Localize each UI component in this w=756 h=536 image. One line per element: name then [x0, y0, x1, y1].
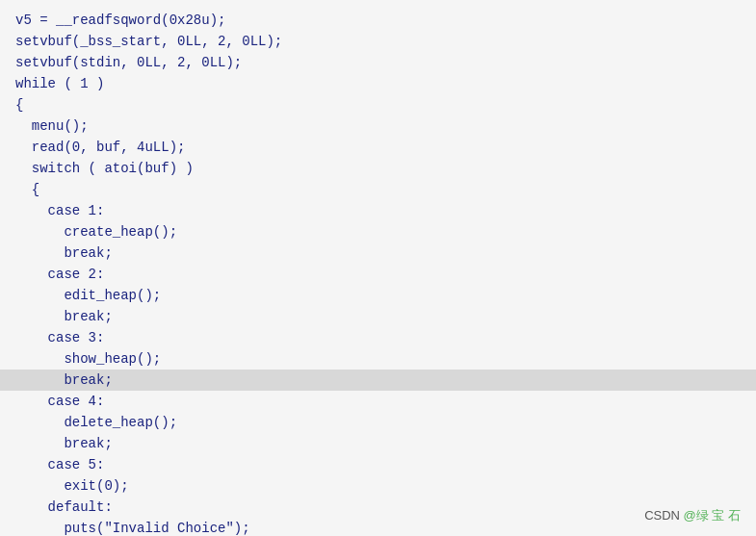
code-line-text: {: [15, 97, 23, 113]
code-line-text: edit_heap();: [15, 288, 161, 303]
code-line: puts("Invalid Choice");: [0, 518, 756, 536]
code-line-text: break;: [15, 372, 113, 388]
code-line: create_heap();: [0, 221, 756, 242]
code-line: break;: [0, 242, 756, 264]
code-line: v5 = __readfsqword(0x28u);: [0, 10, 756, 31]
code-line-text: break;: [15, 309, 113, 324]
code-line-text: case 2:: [15, 267, 104, 282]
code-line-text: v5 = __readfsqword(0x28u);: [15, 13, 225, 28]
code-line-text: exit(0);: [15, 478, 129, 494]
code-line-text: create_heap();: [15, 224, 177, 240]
code-line: break;: [0, 306, 756, 327]
code-line: exit(0);: [0, 475, 756, 497]
code-line: case 2:: [0, 264, 756, 285]
watermark-green-text: @绿 宝 石: [684, 508, 741, 523]
code-line-text: read(0, buf, 4uLL);: [15, 140, 185, 155]
code-line-text: case 3:: [15, 330, 104, 345]
code-container: v5 = __readfsqword(0x28u);setvbuf(_bss_s…: [0, 0, 756, 536]
code-line: while ( 1 ): [0, 73, 756, 94]
code-line-text: while ( 1 ): [15, 76, 104, 91]
code-line-text: delete_heap();: [15, 415, 177, 430]
code-line-text: setvbuf(_bss_start, 0LL, 2, 0LL);: [15, 34, 282, 49]
code-line-text: show_heap();: [15, 351, 161, 367]
watermark-text: CSDN: [644, 508, 683, 523]
code-line-text: puts("Invalid Choice");: [15, 521, 250, 536]
code-line: edit_heap();: [0, 285, 756, 306]
code-line: setvbuf(stdin, 0LL, 2, 0LL);: [0, 52, 756, 73]
code-line-text: case 5:: [15, 457, 104, 472]
code-line: read(0, buf, 4uLL);: [0, 137, 756, 158]
code-line: menu();: [0, 115, 756, 137]
code-line-text: menu();: [15, 118, 89, 134]
code-line: case 3:: [0, 327, 756, 348]
code-line: case 4:: [0, 391, 756, 412]
code-line-text: case 1:: [15, 203, 104, 218]
code-line-text: break;: [15, 245, 113, 261]
code-line: {: [0, 179, 756, 200]
code-line-text: break;: [15, 436, 113, 451]
code-line-text: {: [15, 182, 39, 197]
code-line: setvbuf(_bss_start, 0LL, 2, 0LL);: [0, 31, 756, 52]
code-line: {: [0, 94, 756, 115]
code-line: show_heap();: [0, 348, 756, 370]
code-line: case 1:: [0, 200, 756, 221]
code-line: case 5:: [0, 454, 756, 475]
code-line: default:: [0, 497, 756, 518]
code-line-text: case 4:: [15, 394, 104, 409]
code-line-text: switch ( atoi(buf) ): [15, 161, 194, 176]
code-line: delete_heap();: [0, 412, 756, 433]
code-line-text: setvbuf(stdin, 0LL, 2, 0LL);: [15, 55, 242, 70]
watermark: CSDN @绿 宝 石: [644, 507, 741, 524]
code-line-text: default:: [15, 499, 113, 515]
code-line: break;: [0, 433, 756, 454]
code-line: break;: [0, 370, 756, 391]
code-line: switch ( atoi(buf) ): [0, 158, 756, 179]
